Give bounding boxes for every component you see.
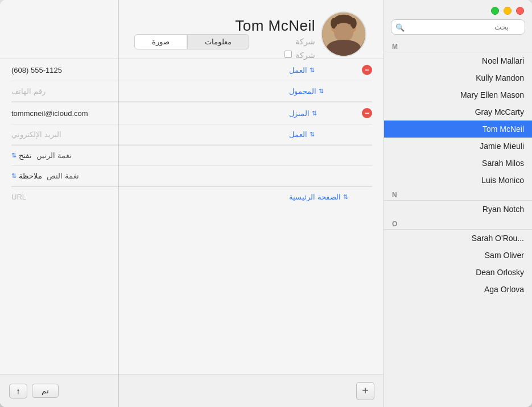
avatar [321, 11, 366, 57]
ringtone-value[interactable]: تفتح [19, 151, 32, 160]
avatar-svg [322, 11, 365, 56]
search-input[interactable] [391, 19, 525, 35]
search-bar: 🔍 [391, 19, 525, 35]
field-label-work-email: ⇅ العمل [289, 130, 357, 139]
bottom-toolbar: ↑ تم + [0, 374, 383, 407]
mobile-phone-value[interactable]: رقم الهاتف [11, 87, 284, 95]
company-row: شركة [284, 48, 315, 60]
contact-item-dean-orlosky[interactable]: Dean Orlosky [384, 264, 532, 281]
field-label-home-email: ⇅ المنزل [289, 109, 357, 118]
work-phone-value[interactable]: (608) 555-1125 [11, 66, 284, 74]
stepper-url-icon[interactable]: ⇅ [343, 193, 348, 201]
contact-item-kully-mandon[interactable]: Kully Mandon [384, 69, 532, 86]
field-row-url: ⇅ الصفحة الرئيسية URL [11, 187, 372, 207]
home-email-value[interactable]: tommcneil@icloud.com [11, 109, 284, 118]
contact-item-luis-monico[interactable]: Luis Monico [384, 172, 532, 189]
field-row-home-email: − ⇅ المنزل tommcneil@icloud.com [11, 102, 372, 124]
mobile-phone-label[interactable]: المحمول [289, 87, 316, 95]
url-type-label[interactable]: URL [11, 193, 284, 201]
section-header-o: O [384, 218, 532, 229]
share-icon: ↑ [17, 387, 20, 396]
contact-item-aga-orlova[interactable]: Aga Orlova [384, 281, 532, 298]
contacts-window: Tom McNeil شركة شركة [0, 0, 532, 407]
svg-point-8 [339, 26, 342, 30]
contact-company-field[interactable]: شركة [295, 37, 315, 46]
contact-header: Tom McNeil شركة شركة [0, 0, 383, 28]
stepper-home-email-icon[interactable]: ⇅ [312, 110, 317, 117]
minimize-button[interactable] [504, 7, 512, 15]
url-label[interactable]: الصفحة الرئيسية [289, 193, 341, 201]
svg-point-10 [342, 30, 345, 32]
contact-item-tom-mcneil[interactable]: Tom McNeil [384, 121, 532, 138]
work-phone-label[interactable]: العمل [289, 66, 307, 74]
company-checkbox[interactable] [284, 51, 292, 58]
field-label-work-phone: ⇅ العمل [289, 66, 357, 74]
field-row-mobile-phone: ⇅ المحمول رقم الهاتف [11, 81, 372, 102]
ringtone-value-area: تفتح ⇅ [11, 151, 32, 160]
field-label-url: ⇅ الصفحة الرئيسية [289, 193, 357, 201]
done-button[interactable]: تم [32, 384, 59, 398]
toolbar-left: ↑ تم [9, 384, 59, 398]
remove-home-email-button[interactable]: − [362, 108, 372, 118]
ringtone-label: نغمة الرنين [36, 151, 72, 160]
search-icon: 🔍 [395, 23, 405, 31]
avatar-face [322, 13, 365, 56]
svg-point-2 [328, 39, 358, 56]
traffic-lights [384, 0, 532, 19]
remove-work-phone-button[interactable]: − [362, 65, 372, 75]
detail-panel: Tom McNeil شركة شركة [0, 0, 383, 407]
text-tone-value[interactable]: ملاحظة [19, 172, 42, 180]
svg-point-9 [346, 26, 349, 30]
field-row-work-email: ⇅ العمل البريد الإلكتروني [11, 124, 372, 145]
section-header-m: M [384, 40, 532, 52]
ringtone-stepper-icon[interactable]: ⇅ [11, 152, 17, 159]
svg-point-6 [331, 18, 337, 28]
field-row-text-tone: نغمة النص ملاحظة ⇅ [11, 166, 372, 186]
contact-item-sarah-orou[interactable]: Sarah O'Rou... [384, 230, 532, 247]
fields-area: − ⇅ العمل (608) 555-1125 ⇅ المحمول رقم ا… [0, 59, 383, 373]
field-row-ringtone: نغمة الرنين تفتح ⇅ [11, 146, 372, 166]
section-header-n: N [384, 189, 532, 200]
contact-list: M Noel Mallari Kully Mandon Mary Ellen M… [384, 40, 532, 407]
add-icon: + [362, 384, 369, 397]
field-row-work-phone: − ⇅ العمل (608) 555-1125 [11, 59, 372, 81]
stepper-work-email-icon[interactable]: ⇅ [310, 131, 315, 138]
company-label: شركة [295, 51, 315, 60]
tab-photo[interactable]: صورة [134, 34, 187, 49]
stepper-mobile-phone-icon[interactable]: ⇅ [319, 88, 324, 95]
contact-item-mary-ellen-mason[interactable]: Mary Ellen Mason [384, 86, 532, 103]
text-tone-value-area: ملاحظة ⇅ [11, 172, 42, 180]
home-email-label[interactable]: المنزل [289, 109, 310, 118]
svg-point-7 [350, 18, 356, 28]
list-panel: 🔍 M Noel Mallari Kully Mandon Mary Ellen… [384, 0, 532, 407]
add-button[interactable]: + [356, 382, 374, 400]
contact-item-noel-mallari[interactable]: Noel Mallari [384, 52, 532, 69]
maximize-button[interactable] [491, 7, 499, 15]
text-tone-stepper-icon[interactable]: ⇅ [11, 172, 17, 180]
work-email-value[interactable]: البريد الإلكتروني [11, 130, 284, 139]
share-button[interactable]: ↑ [9, 384, 27, 398]
contact-name-area: Tom McNeil شركة شركة [235, 17, 315, 60]
contact-item-sam-oliver[interactable]: Sam Oliver [384, 247, 532, 264]
contact-item-ryan-notch[interactable]: Ryan Notch [384, 201, 532, 218]
contact-item-sarah-milos[interactable]: Sarah Milos [384, 155, 532, 172]
field-label-mobile-phone: ⇅ المحمول [289, 87, 357, 95]
stepper-work-phone-icon[interactable]: ⇅ [310, 67, 315, 74]
text-tone-label: نغمة النص [47, 172, 79, 180]
contact-item-jamie-mieuli[interactable]: Jamie Mieuli [384, 138, 532, 155]
contact-name: Tom McNeil [235, 17, 315, 35]
contact-item-gray-mccarty[interactable]: Gray McCarty [384, 103, 532, 121]
work-email-label[interactable]: العمل [289, 130, 307, 139]
close-button[interactable] [516, 7, 524, 15]
